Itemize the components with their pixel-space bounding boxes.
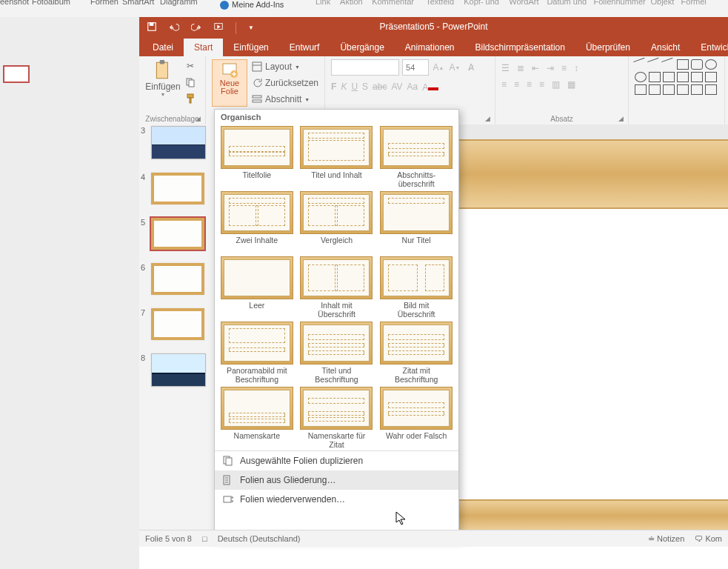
menu-duplicate-slides[interactable]: Ausgewählte Folien duplizieren bbox=[215, 451, 458, 470]
font-size-combo[interactable]: 54 bbox=[402, 59, 429, 76]
insert-action-label[interactable]: Aktion bbox=[340, 0, 370, 6]
layout-option-2[interactable]: Abschnitts- überschrift bbox=[378, 126, 454, 188]
clear-formatting-icon[interactable]: A̷ bbox=[464, 60, 478, 75]
paragraph-dialog-launcher[interactable]: ◢ bbox=[618, 115, 626, 122]
insert-photoalbum-label[interactable]: Fotoalbum bbox=[32, 0, 70, 6]
convert-smartart-icon[interactable]: ▦ bbox=[567, 79, 575, 90]
layout-option-14[interactable]: Wahr oder Falsch bbox=[378, 387, 454, 449]
line-spacing-icon[interactable]: ≡ bbox=[561, 63, 567, 73]
change-case-icon[interactable]: Aa bbox=[407, 81, 418, 92]
insert-wordart-label[interactable]: WordArt bbox=[509, 0, 544, 6]
layout-option-8[interactable]: Bild mit Überschrift bbox=[378, 256, 454, 319]
increase-font-icon[interactable]: A▲ bbox=[432, 60, 445, 75]
tab-entwurf[interactable]: Entwurf bbox=[279, 39, 330, 56]
align-left-icon[interactable]: ≡ bbox=[501, 79, 507, 90]
layout-option-7[interactable]: Inhalt mit Überschrift bbox=[299, 256, 375, 319]
slide-thumb-3[interactable]: 3 bbox=[151, 126, 212, 159]
parent-thumbnail[interactable] bbox=[3, 65, 30, 83]
section-button[interactable]: Abschnitt▼ bbox=[252, 92, 318, 107]
layout-caption: Abschnitts- überschrift bbox=[378, 170, 454, 188]
tab-bildschirmpraesentation[interactable]: Bildschirmpräsentation bbox=[465, 39, 575, 56]
layout-option-6[interactable]: Leer bbox=[219, 256, 295, 319]
align-right-icon[interactable]: ≡ bbox=[527, 79, 532, 90]
thumb-number: 7 bbox=[141, 308, 145, 317]
italic-icon[interactable]: K bbox=[341, 81, 347, 92]
reset-button[interactable]: Zurücksetzen bbox=[252, 76, 318, 90]
spacing-icon[interactable]: AV bbox=[391, 81, 402, 92]
layout-option-4[interactable]: Vergleich bbox=[299, 191, 375, 253]
tab-start[interactable]: Start bbox=[184, 39, 223, 56]
insert-object-label[interactable]: Objekt bbox=[651, 0, 679, 6]
slide-thumb-6[interactable]: 6 bbox=[151, 263, 212, 295]
my-addins-button[interactable]: Meine Add-Ins bbox=[220, 0, 284, 10]
slide-thumb-4[interactable]: 4 bbox=[151, 173, 212, 204]
new-slide-button[interactable]: Neue Folie bbox=[212, 59, 247, 107]
insert-smartart-label[interactable]: SmartArt bbox=[122, 0, 154, 6]
strike-icon[interactable]: abc bbox=[373, 81, 387, 92]
tab-ueberpruefen[interactable]: Überprüfen bbox=[575, 39, 641, 56]
layout-option-10[interactable]: Titel und Beschriftung bbox=[299, 322, 375, 384]
insert-slideno-label[interactable]: Foliennummer bbox=[593, 0, 648, 6]
comments-toggle[interactable]: 🗨 Kom bbox=[695, 534, 722, 543]
layout-option-0[interactable]: Titelfolie bbox=[219, 126, 295, 188]
text-direction-icon[interactable]: ↕ bbox=[574, 63, 578, 73]
layout-option-9[interactable]: Panoramabild mit Beschriftung bbox=[219, 322, 295, 384]
indent-increase-icon[interactable]: ⇥ bbox=[547, 63, 554, 73]
indent-decrease-icon[interactable]: ⇤ bbox=[532, 63, 539, 73]
tab-uebergaenge[interactable]: Übergänge bbox=[330, 39, 394, 56]
layout-option-11[interactable]: Zitat mit Beschriftung bbox=[378, 322, 454, 384]
tab-ansicht[interactable]: Ansicht bbox=[641, 39, 690, 56]
layout-caption: Titel und Inhalt bbox=[299, 170, 375, 188]
layout-option-12[interactable]: Namenskarte bbox=[219, 387, 295, 449]
shapes-gallery[interactable] bbox=[635, 59, 718, 95]
layout-caption: Inhalt mit Überschrift bbox=[299, 301, 375, 319]
bold-icon[interactable]: F bbox=[331, 81, 336, 92]
tab-animationen[interactable]: Animationen bbox=[395, 39, 465, 56]
font-color-icon[interactable]: A bbox=[422, 80, 438, 93]
layout-option-1[interactable]: Titel und Inhalt bbox=[299, 126, 375, 188]
status-spellcheck-icon[interactable]: □ bbox=[202, 534, 207, 543]
svg-rect-11 bbox=[253, 62, 261, 71]
layout-button[interactable]: Layout▼ bbox=[252, 59, 318, 74]
font-dialog-launcher[interactable]: ◢ bbox=[485, 115, 492, 122]
shadow-icon[interactable]: S bbox=[362, 81, 368, 92]
insert-headerfooter-label[interactable]: Kopf- und bbox=[464, 0, 507, 6]
layout-option-13[interactable]: Namenskarte für Zitat bbox=[299, 387, 375, 449]
slide-thumb-5[interactable]: 5 bbox=[151, 218, 212, 250]
copy-icon[interactable] bbox=[184, 76, 197, 89]
justify-icon[interactable]: ≡ bbox=[539, 79, 544, 90]
insert-shapes-label[interactable]: Formen bbox=[90, 0, 118, 6]
cut-icon[interactable]: ✂ bbox=[184, 59, 197, 73]
slide-thumbnail-panel[interactable]: 3 4 5 6 7 8 bbox=[139, 124, 216, 530]
tab-entwickler[interactable]: Entwick bbox=[690, 39, 728, 56]
font-family-combo[interactable] bbox=[331, 59, 399, 76]
decrease-font-icon[interactable]: A▼ bbox=[448, 60, 461, 75]
align-center-icon[interactable]: ≡ bbox=[514, 79, 519, 90]
paste-button[interactable]: Einfügen ▼ bbox=[145, 59, 181, 105]
layout-option-3[interactable]: Zwei Inhalte bbox=[219, 191, 295, 253]
format-painter-icon[interactable] bbox=[184, 92, 197, 105]
insert-textbox-label[interactable]: Textfeld bbox=[426, 0, 461, 6]
insert-screenshot-label[interactable]: eenshot bbox=[0, 0, 29, 6]
insert-equation-label[interactable]: Formel bbox=[681, 0, 709, 6]
insert-datetime-label[interactable]: Datum und bbox=[547, 0, 591, 6]
parent-window-left-pane bbox=[0, 17, 139, 569]
slide-thumb-7[interactable]: 7 bbox=[151, 308, 212, 340]
new-slide-layout-picker: Organisch TitelfolieTitel und InhaltAbsc… bbox=[214, 109, 459, 540]
clipboard-dialog-launcher[interactable]: ◢ bbox=[196, 115, 203, 122]
columns-icon[interactable]: ▥ bbox=[552, 79, 560, 90]
slide-thumb-8[interactable]: 8 bbox=[151, 353, 212, 387]
status-language[interactable]: Deutsch (Deutschland) bbox=[218, 534, 301, 543]
tab-datei[interactable]: Datei bbox=[142, 39, 184, 56]
layout-option-5[interactable]: Nur Titel bbox=[378, 191, 454, 253]
insert-comment-label[interactable]: Kommentar bbox=[372, 0, 424, 6]
numbering-icon[interactable]: ≣ bbox=[517, 63, 524, 73]
notes-toggle[interactable]: ≐ Notizen bbox=[648, 534, 684, 544]
bullets-icon[interactable]: ☰ bbox=[501, 63, 510, 73]
underline-icon[interactable]: U bbox=[351, 81, 358, 92]
menu-reuse-slides[interactable]: Folien wiederverwenden… bbox=[215, 490, 458, 509]
menu-slides-from-outline[interactable]: Folien aus Gliederung… bbox=[215, 470, 458, 490]
insert-link-label[interactable]: Link bbox=[315, 0, 338, 6]
insert-diagram-label[interactable]: Diagramm bbox=[160, 0, 198, 6]
tab-einfuegen[interactable]: Einfügen bbox=[223, 39, 278, 56]
